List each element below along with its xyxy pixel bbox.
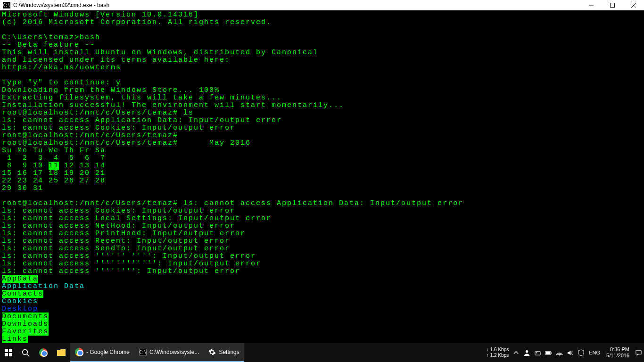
taskbar-app-label: C:\Windows\syste... xyxy=(149,349,199,355)
terminal-line: ls: cannot access NetHood: Input/output … xyxy=(2,222,642,230)
terminal-line: 29 30 31 xyxy=(2,185,642,192)
terminal-line: root@localhost:/mnt/c/Users/temaz# May 2… xyxy=(2,140,642,147)
terminal-line: ls: cannot access '''''''''''': Input/ou… xyxy=(2,260,642,268)
action-center-icon[interactable] xyxy=(633,349,644,356)
network-icon[interactable] xyxy=(554,349,565,356)
window-title: C:\Windows\system32\cmd.exe - bash xyxy=(13,2,109,8)
terminal-line: ls: cannot access Cookies: Input/output … xyxy=(2,124,642,132)
system-tray: ↓1.6 Kbps ↑1.2 Kbps ENG 8:36 PM 5/11/201… xyxy=(484,343,644,362)
svg-rect-1 xyxy=(5,349,8,352)
terminal-line: Su Mo Tu We Th Fr Sa xyxy=(2,147,642,155)
search-button[interactable] xyxy=(17,343,34,362)
terminal-line: ls: cannot access Cookies: Input/output … xyxy=(2,207,642,215)
svg-rect-7 xyxy=(535,351,540,355)
terminal-line: Documents xyxy=(2,313,642,321)
svg-rect-3 xyxy=(5,353,8,356)
terminal-line xyxy=(2,26,642,34)
terminal-line: root@localhost:/mnt/c/Users/temaz# ls xyxy=(2,109,642,117)
folder-icon xyxy=(57,349,66,356)
terminal-line: root@localhost:/mnt/c/Users/temaz# xyxy=(2,132,642,140)
terminal-line: https://aka.ms/uowterms xyxy=(2,64,642,72)
terminal-line: 15 16 17 18 19 20 21 xyxy=(2,170,642,177)
language-indicator[interactable]: ENG xyxy=(586,350,603,355)
taskbar-app-settings[interactable]: Settings xyxy=(204,343,244,362)
terminal-line: Microsoft Windows [Version 10.0.14316] xyxy=(2,11,642,19)
svg-rect-8 xyxy=(536,352,537,353)
start-button[interactable] xyxy=(0,343,17,362)
terminal-line: 22 23 24 25 26 27 28 xyxy=(2,177,642,185)
terminal-line: Downloading from the Windows Store... 10… xyxy=(2,87,642,94)
svg-point-5 xyxy=(23,349,28,354)
terminal-line: Installation successful! The environment… xyxy=(2,102,642,109)
taskbar-app-chrome[interactable]: - Google Chrome xyxy=(70,343,134,362)
windows-icon xyxy=(5,349,12,356)
terminal-line: (c) 2016 Microsoft Corporation. All righ… xyxy=(2,19,642,26)
terminal-line: and licensed under its terms available h… xyxy=(2,57,642,64)
terminal-line: ls: cannot access '''''''': Input/output… xyxy=(2,268,642,275)
minimize-button[interactable] xyxy=(580,0,602,10)
terminal-line: Cookies xyxy=(2,298,642,305)
terminal-line: Application Data xyxy=(2,283,642,290)
terminal-line: ls: cannot access '''''' '''': Input/out… xyxy=(2,253,642,260)
svg-point-6 xyxy=(526,350,528,353)
terminal-line: root@localhost:/mnt/c/Users/temaz# ls: c… xyxy=(2,200,642,207)
terminal-line: Links xyxy=(2,336,642,343)
terminal-line xyxy=(2,192,642,200)
terminal-line: ls: cannot access Local Settings: Input/… xyxy=(2,215,642,222)
terminal-line: This will install Ubuntu on Windows, dis… xyxy=(2,49,642,57)
chrome-icon xyxy=(39,348,48,357)
cmd-icon: C:\ xyxy=(3,2,10,8)
terminal-line xyxy=(2,72,642,79)
close-button[interactable] xyxy=(623,0,644,10)
svg-rect-4 xyxy=(9,353,12,356)
terminal-line: 1 2 3 4 5 6 7 xyxy=(2,155,642,162)
terminal-line: Contacts xyxy=(2,290,642,298)
svg-point-12 xyxy=(559,354,560,355)
gear-icon xyxy=(208,348,216,356)
maximize-button[interactable] xyxy=(602,0,623,10)
terminal-line: AppData xyxy=(2,275,642,283)
taskbar-app-label: - Google Chrome xyxy=(86,349,130,355)
tray-overflow-icon[interactable] xyxy=(511,349,521,356)
svg-rect-10 xyxy=(551,352,552,354)
chrome-icon xyxy=(75,348,83,356)
taskbar: - Google Chrome C:\ C:\Windows\syste... … xyxy=(0,343,644,362)
search-icon xyxy=(22,349,30,357)
explorer-pinned[interactable] xyxy=(52,343,70,362)
svg-rect-0 xyxy=(610,3,614,8)
bluetooth-icon[interactable] xyxy=(532,349,543,356)
terminal-line: Extracting filesystem, this will take a … xyxy=(2,94,642,102)
svg-rect-2 xyxy=(9,349,12,352)
svg-rect-11 xyxy=(546,352,550,354)
clock[interactable]: 8:36 PM 5/11/2016 xyxy=(603,346,633,359)
battery-icon[interactable] xyxy=(543,349,554,356)
network-meter[interactable]: ↓1.6 Kbps ↑1.2 Kbps xyxy=(484,347,511,358)
terminal-line: C:\Users\temaz>bash xyxy=(2,34,642,41)
terminal-line: ls: cannot access SendTo: Input/output e… xyxy=(2,245,642,253)
terminal-line: ls: cannot access Recent: Input/output e… xyxy=(2,238,642,245)
taskbar-app-cmd[interactable]: C:\ C:\Windows\syste... xyxy=(134,343,204,362)
defender-icon[interactable] xyxy=(576,349,586,356)
terminal-line: Type "y" to continue: y xyxy=(2,79,642,87)
terminal-line: Desktop xyxy=(2,305,642,313)
window-titlebar: C:\ C:\Windows\system32\cmd.exe - bash xyxy=(0,0,644,10)
cmd-icon: C:\ xyxy=(139,349,147,355)
terminal-line: Favorites xyxy=(2,328,642,336)
terminal-output[interactable]: Microsoft Windows [Version 10.0.14316](c… xyxy=(0,10,644,343)
terminal-line: 8 9 10 11 12 13 14 xyxy=(2,162,642,170)
volume-icon[interactable] xyxy=(565,349,576,356)
taskbar-app-label: Settings xyxy=(219,349,239,355)
terminal-line: ls: cannot access PrintHood: Input/outpu… xyxy=(2,230,642,238)
terminal-line: ls: cannot access Application Data: Inpu… xyxy=(2,117,642,124)
terminal-line: -- Beta feature -- xyxy=(2,41,642,49)
terminal-line: Downloads xyxy=(2,321,642,328)
svg-rect-13 xyxy=(636,350,641,354)
people-icon[interactable] xyxy=(521,349,532,356)
chrome-pinned[interactable] xyxy=(34,343,52,362)
